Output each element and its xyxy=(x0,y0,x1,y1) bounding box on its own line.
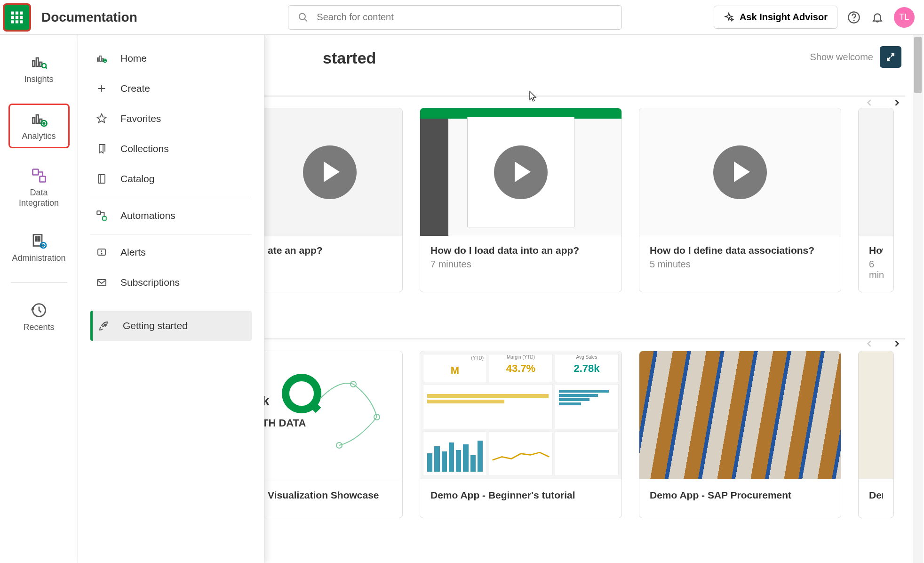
rail-analytics[interactable]: Analytics xyxy=(8,104,70,149)
insights-icon xyxy=(31,54,48,71)
rail-recents-label: Recents xyxy=(23,322,54,333)
svg-rect-24 xyxy=(32,169,38,175)
automation-icon xyxy=(96,209,108,222)
clock-icon xyxy=(31,302,48,319)
subnav-home[interactable]: Home xyxy=(90,43,252,73)
svg-rect-19 xyxy=(36,115,39,123)
rail-data-integration[interactable]: Data Integration xyxy=(8,161,70,214)
demos-prev-button[interactable] xyxy=(865,337,874,352)
svg-rect-18 xyxy=(32,118,35,123)
sparkle-icon xyxy=(724,12,734,23)
header: Documentation Ask Insight Advisor TL xyxy=(0,0,924,35)
help-icon xyxy=(847,11,860,24)
search-box[interactable] xyxy=(288,5,622,30)
svg-line-10 xyxy=(304,18,307,21)
rail-recents[interactable]: Recents xyxy=(8,296,70,338)
play-icon xyxy=(303,145,357,199)
demo-title: Visualization Showcase xyxy=(268,490,392,501)
play-icon xyxy=(494,145,548,199)
svg-rect-44 xyxy=(97,211,101,215)
section-divider xyxy=(257,338,905,339)
subnav-label: Favorites xyxy=(120,113,161,124)
home-icon xyxy=(96,53,107,64)
subnav-divider xyxy=(90,197,252,197)
demo-card-1[interactable]: k TH DATA Visualization Showcase xyxy=(257,351,403,518)
left-rail: Insights Analytics Data Integration Admi… xyxy=(0,35,78,563)
kpi-value: 2.78k xyxy=(555,360,618,375)
demos-next-button[interactable] xyxy=(892,337,901,352)
alert-icon xyxy=(96,247,107,258)
video-card-1[interactable]: ate an app? xyxy=(257,108,403,292)
search-input[interactable] xyxy=(317,12,612,23)
plus-icon xyxy=(96,83,107,94)
subnav-collections[interactable]: Collections xyxy=(90,134,252,164)
bell-icon xyxy=(871,11,884,24)
header-title: Documentation xyxy=(41,10,137,25)
subnav-catalog[interactable]: Catalog xyxy=(90,164,252,194)
svg-point-12 xyxy=(853,20,854,20)
svg-point-9 xyxy=(299,13,305,19)
rail-di-label: Data Integration xyxy=(19,188,59,208)
videos-next-button[interactable] xyxy=(892,96,901,111)
app-launcher-button[interactable] xyxy=(3,3,31,32)
rail-admin-label: Administration xyxy=(12,253,65,264)
svg-rect-39 xyxy=(100,56,101,61)
administration-icon xyxy=(31,233,48,249)
subnav-favorites[interactable]: Favorites xyxy=(90,104,252,134)
subnav-divider xyxy=(90,234,252,234)
play-icon xyxy=(713,145,767,199)
svg-rect-28 xyxy=(38,237,40,238)
grid-icon xyxy=(10,10,24,24)
expand-welcome-button[interactable] xyxy=(880,46,901,68)
subnav-alerts[interactable]: Alerts xyxy=(90,237,252,267)
demo-title: Demo xyxy=(869,490,883,501)
notifications-button[interactable] xyxy=(870,10,884,24)
ask-insight-advisor-button[interactable]: Ask Insight Advisor xyxy=(714,6,837,29)
subnav-label: Home xyxy=(120,53,147,64)
rail-administration[interactable]: Administration xyxy=(8,227,70,269)
video-card-4[interactable]: How d 6 min xyxy=(858,108,894,292)
qlik-logo-thumb xyxy=(259,351,400,479)
svg-rect-0 xyxy=(11,11,14,14)
svg-rect-5 xyxy=(20,16,23,18)
chevron-left-icon xyxy=(865,339,874,348)
demo-card-3[interactable]: Demo App - SAP Procurement xyxy=(639,351,841,518)
user-avatar[interactable]: TL xyxy=(894,7,915,28)
rail-insights-label: Insights xyxy=(24,74,53,85)
star-icon xyxy=(96,113,107,124)
analytics-submenu: Home Create Favorites Collections Catalo… xyxy=(78,35,264,563)
rail-analytics-label: Analytics xyxy=(22,131,56,142)
show-welcome-label: Show welcome xyxy=(810,52,873,63)
video-title: How do I load data into an app? xyxy=(430,245,611,256)
subnav-label: Create xyxy=(120,83,150,94)
svg-rect-49 xyxy=(97,280,106,286)
bookmark-icon xyxy=(96,143,107,154)
svg-rect-4 xyxy=(16,16,18,18)
demo-card-4[interactable]: Demo xyxy=(858,351,894,518)
section-divider xyxy=(257,96,905,97)
help-button[interactable] xyxy=(847,10,861,24)
subnav-create[interactable]: Create xyxy=(90,73,252,104)
rail-insights[interactable]: Insights xyxy=(8,48,70,90)
analytics-icon xyxy=(31,111,48,128)
demo-card-2[interactable]: (YTD)M Margin (YTD)43.7% Avg Sales2.78k … xyxy=(420,351,622,518)
video-card-2[interactable]: How do I load data into an app? 7 minute… xyxy=(420,108,622,292)
chevron-left-icon xyxy=(865,98,874,107)
subnav-getting-started[interactable]: Getting started xyxy=(90,311,252,341)
subnav-automations[interactable]: Automations xyxy=(90,200,252,231)
rail-divider xyxy=(11,282,67,283)
ask-insight-label: Ask Insight Advisor xyxy=(740,12,828,23)
video-title: ate an app? xyxy=(268,245,392,256)
logo-text: TH DATA xyxy=(262,417,306,429)
svg-rect-42 xyxy=(98,175,105,183)
svg-rect-29 xyxy=(35,240,37,241)
video-title: How do I define data associations? xyxy=(650,245,830,256)
book-icon xyxy=(96,173,107,185)
svg-rect-14 xyxy=(36,58,39,66)
subnav-subscriptions[interactable]: Subscriptions xyxy=(90,267,252,298)
video-card-3[interactable]: How do I define data associations? 5 min… xyxy=(639,108,841,292)
subnav-label: Alerts xyxy=(120,247,146,258)
svg-rect-2 xyxy=(20,11,23,14)
video-cards-row: ate an app? How do I load data into an a… xyxy=(257,108,905,292)
expand-icon xyxy=(886,52,895,62)
